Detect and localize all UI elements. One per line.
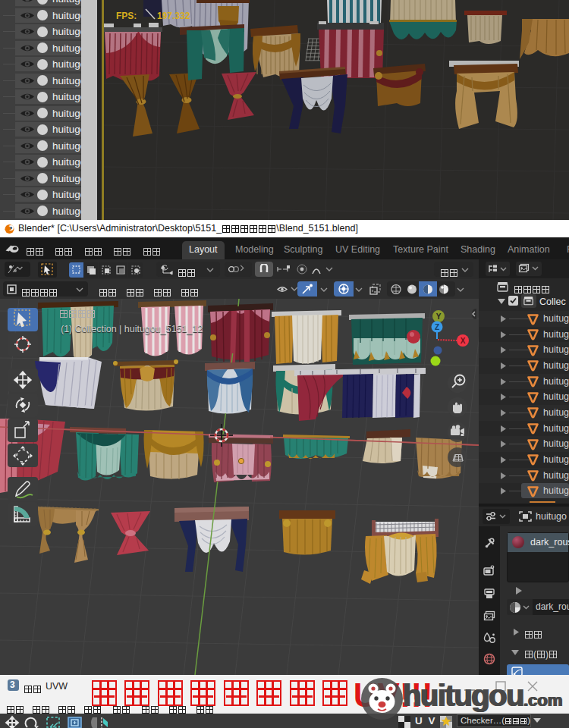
svg-text:Y: Y bbox=[436, 312, 442, 321]
svg-text:Z: Z bbox=[435, 323, 439, 331]
svg-text:X: X bbox=[461, 337, 466, 345]
svg-text:FPS:: FPS: bbox=[116, 11, 137, 21]
svg-text:197.332: 197.332 bbox=[157, 11, 190, 21]
